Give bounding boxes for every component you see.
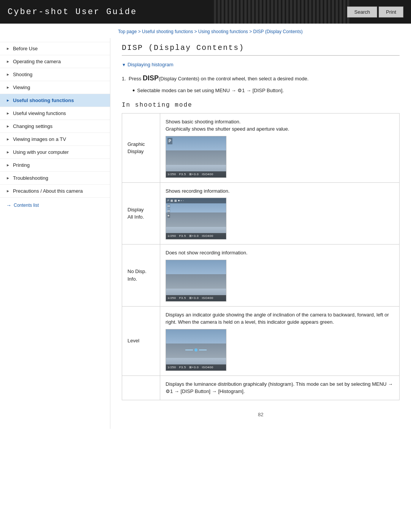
sidebar-item-changing-settings[interactable]: ► Changing settings bbox=[0, 120, 110, 133]
arrow-icon: ► bbox=[6, 124, 10, 128]
sidebar-item-label: Changing settings bbox=[13, 123, 53, 129]
bullet-icon: • bbox=[132, 87, 135, 94]
sidebar: ► Before Use ► Operating the camera ► Sh… bbox=[0, 38, 110, 429]
sidebar-item-label: Using with your computer bbox=[13, 149, 69, 155]
breadcrumb-top[interactable]: Top page bbox=[118, 29, 137, 34]
arrow-icon: ► bbox=[6, 150, 10, 154]
print-button[interactable]: Print bbox=[379, 6, 403, 18]
page-number: 82 bbox=[122, 412, 400, 417]
sidebar-item-viewing[interactable]: ► Viewing bbox=[0, 81, 110, 94]
arrow-icon: ► bbox=[6, 98, 10, 102]
instruction-1: 1. Press DISP(Display Contents) on the c… bbox=[122, 73, 400, 84]
sidebar-item-precautions[interactable]: ► Precautions / About this camera bbox=[0, 185, 110, 198]
arrow-icon: ► bbox=[6, 111, 10, 115]
table-row: Level Displays an indicator guide showin… bbox=[122, 306, 400, 375]
mode-table: GraphicDisplay Shows basic shooting info… bbox=[122, 113, 400, 400]
breadcrumb-using-shooting[interactable]: Using shooting functions bbox=[198, 29, 248, 34]
camera-screenshot-level: 1/250 F3.5 ⊞+3.0 ISO400 bbox=[166, 329, 226, 371]
table-row: GraphicDisplay Shows basic shooting info… bbox=[122, 113, 400, 182]
sidebar-item-useful-viewing[interactable]: ► Useful viewing functions bbox=[0, 107, 110, 120]
camera-screenshot-no-disp: 1/250 F3.5 ⊞+3.0 ISO400 bbox=[166, 260, 226, 302]
camera-screenshot-graphic: P 1/250 F3.5 ⊞+3.0 ISO400 bbox=[166, 136, 226, 178]
main-layout: ► Before Use ► Operating the camera ► Sh… bbox=[0, 37, 411, 429]
site-title: Cyber-shot User Guide bbox=[8, 7, 137, 17]
sidebar-item-label: Shooting bbox=[13, 72, 32, 77]
breadcrumb: Top page > Useful shooting functions > U… bbox=[0, 24, 411, 37]
page-header: Cyber-shot User Guide Search Print bbox=[0, 0, 411, 24]
arrow-icon: ► bbox=[6, 72, 10, 77]
header-decoration bbox=[213, 0, 350, 24]
contents-list-link[interactable]: → Contents list bbox=[0, 198, 110, 213]
arrow-icon: ► bbox=[6, 59, 10, 64]
sidebar-item-useful-shooting[interactable]: ► Useful shooting functions bbox=[0, 94, 110, 107]
desc-cell-level: Displays an indicator guide showing the … bbox=[160, 306, 400, 375]
section-link-label: Displaying histogram bbox=[127, 62, 174, 67]
sidebar-item-before-use[interactable]: ► Before Use bbox=[0, 42, 110, 55]
label-cell-all-info: DisplayAll Info. bbox=[122, 182, 160, 244]
displaying-histogram-link[interactable]: ▼ Displaying histogram bbox=[122, 62, 400, 67]
desc-cell-graphic: Shows basic shooting information. Graphi… bbox=[160, 113, 400, 182]
sidebar-item-label: Viewing images on a TV bbox=[13, 136, 66, 142]
sidebar-item-label: Operating the camera bbox=[13, 59, 61, 64]
subsection-title: In shooting mode bbox=[122, 102, 400, 109]
desc-cell-histogram: Displays the luminance distribution grap… bbox=[160, 375, 400, 400]
triangle-icon: ▼ bbox=[122, 62, 126, 67]
label-cell-level: Level bbox=[122, 306, 160, 375]
sidebar-item-label: Precautions / About this camera bbox=[13, 188, 83, 194]
sidebar-item-troubleshooting[interactable]: ► Troubleshooting bbox=[0, 172, 110, 185]
table-row: Displays the luminance distribution grap… bbox=[122, 375, 400, 400]
arrow-icon: ► bbox=[6, 85, 10, 89]
arrow-icon: ► bbox=[6, 137, 10, 141]
sidebar-item-shooting[interactable]: ► Shooting bbox=[0, 68, 110, 81]
label-cell-graphic: GraphicDisplay bbox=[122, 113, 160, 182]
sidebar-item-printing[interactable]: ► Printing bbox=[0, 159, 110, 172]
header-actions: Search Print bbox=[347, 6, 403, 18]
arrow-right-icon: → bbox=[6, 202, 11, 208]
sidebar-item-label: Troubleshooting bbox=[13, 175, 48, 181]
sidebar-item-label: Useful shooting functions bbox=[13, 97, 74, 103]
desc-cell-no-disp: Does not show recording information. 1/2… bbox=[160, 244, 400, 307]
table-row: No Disp.Info. Does not show recording in… bbox=[122, 244, 400, 307]
main-content: DISP (Display Contents) ▼ Displaying his… bbox=[110, 38, 411, 429]
search-button[interactable]: Search bbox=[347, 6, 377, 18]
label-cell-histogram bbox=[122, 375, 160, 400]
sidebar-item-label: Before Use bbox=[13, 46, 38, 51]
arrow-icon: ► bbox=[6, 189, 10, 193]
sidebar-item-operating[interactable]: ► Operating the camera bbox=[0, 55, 110, 68]
bullet-instruction: • Selectable modes can be set using MENU… bbox=[132, 87, 400, 95]
sidebar-item-label: Viewing bbox=[13, 85, 30, 90]
sidebar-item-label: Useful viewing functions bbox=[13, 110, 66, 116]
arrow-icon: ► bbox=[6, 163, 10, 167]
desc-cell-all-info: Shows recording information. P▦▩■▪▫ ▤▤◈ … bbox=[160, 182, 400, 244]
arrow-icon: ► bbox=[6, 46, 10, 51]
sidebar-item-using-computer[interactable]: ► Using with your computer bbox=[0, 146, 110, 159]
arrow-icon: ► bbox=[6, 176, 10, 180]
breadcrumb-current: DISP (Display Contents) bbox=[253, 29, 303, 34]
page-title: DISP (Display Contents) bbox=[122, 43, 400, 56]
label-cell-no-disp: No Disp.Info. bbox=[122, 244, 160, 307]
camera-screenshot-all-info: P▦▩■▪▫ ▤▤◈ 1/250 F3.5 ⊞+3.0 ISO400 bbox=[166, 198, 226, 240]
sidebar-item-viewing-tv[interactable]: ► Viewing images on a TV bbox=[0, 133, 110, 146]
breadcrumb-useful-shooting[interactable]: Useful shooting functions bbox=[142, 29, 193, 34]
disp-word: DISP bbox=[143, 74, 159, 82]
table-row: DisplayAll Info. Shows recording informa… bbox=[122, 182, 400, 244]
bullet-text: Selectable modes can be set using MENU →… bbox=[137, 87, 284, 95]
sidebar-item-label: Printing bbox=[13, 162, 30, 168]
contents-list-label: Contents list bbox=[14, 203, 39, 208]
